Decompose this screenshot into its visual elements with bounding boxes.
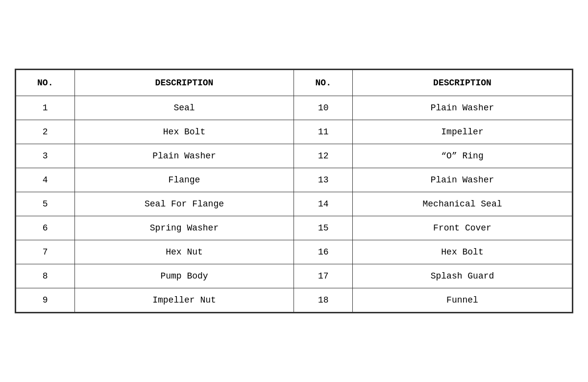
table-row: 3Plain Washer12“O” Ring (16, 144, 572, 168)
table-row: 9Impeller Nut18Funnel (16, 288, 572, 312)
cell-desc-1: Flange (74, 168, 294, 192)
parts-table: NO. DESCRIPTION NO. DESCRIPTION 1Seal10P… (16, 70, 572, 312)
table-row: 5Seal For Flange14Mechanical Seal (16, 192, 572, 216)
cell-no-2: 11 (294, 120, 353, 144)
cell-no-2: 10 (294, 96, 353, 120)
cell-desc-2: Front Cover (353, 216, 572, 240)
cell-desc-2: Hex Bolt (353, 240, 572, 264)
table-row: 4Flange13Plain Washer (16, 168, 572, 192)
cell-desc-1: Spring Washer (74, 216, 294, 240)
cell-no-2: 16 (294, 240, 353, 264)
cell-desc-1: Seal (74, 96, 294, 120)
cell-desc-2: Impeller (353, 120, 572, 144)
cell-desc-1: Plain Washer (74, 144, 294, 168)
cell-no-1: 2 (16, 120, 75, 144)
parts-table-container: NO. DESCRIPTION NO. DESCRIPTION 1Seal10P… (15, 69, 573, 313)
header-no-2: NO. (294, 70, 353, 96)
cell-no-1: 8 (16, 264, 75, 288)
cell-no-2: 13 (294, 168, 353, 192)
cell-desc-2: Funnel (353, 288, 572, 312)
cell-desc-1: Impeller Nut (74, 288, 294, 312)
cell-desc-2: Splash Guard (353, 264, 572, 288)
cell-desc-1: Seal For Flange (74, 192, 294, 216)
cell-no-1: 4 (16, 168, 75, 192)
cell-no-1: 1 (16, 96, 75, 120)
cell-no-2: 15 (294, 216, 353, 240)
table-row: 7Hex Nut16Hex Bolt (16, 240, 572, 264)
cell-desc-1: Hex Nut (74, 240, 294, 264)
header-no-1: NO. (16, 70, 75, 96)
header-desc-1: DESCRIPTION (74, 70, 294, 96)
table-row: 2Hex Bolt11Impeller (16, 120, 572, 144)
cell-desc-1: Pump Body (74, 264, 294, 288)
cell-desc-1: Hex Bolt (74, 120, 294, 144)
cell-no-2: 18 (294, 288, 353, 312)
cell-no-1: 7 (16, 240, 75, 264)
cell-desc-2: “O” Ring (353, 144, 572, 168)
table-row: 6Spring Washer15Front Cover (16, 216, 572, 240)
cell-desc-2: Plain Washer (353, 168, 572, 192)
cell-no-1: 9 (16, 288, 75, 312)
cell-no-1: 6 (16, 216, 75, 240)
cell-no-2: 17 (294, 264, 353, 288)
header-desc-2: DESCRIPTION (353, 70, 572, 96)
table-row: 1Seal10Plain Washer (16, 96, 572, 120)
cell-no-1: 5 (16, 192, 75, 216)
cell-no-2: 12 (294, 144, 353, 168)
cell-desc-2: Plain Washer (353, 96, 572, 120)
cell-no-1: 3 (16, 144, 75, 168)
cell-no-2: 14 (294, 192, 353, 216)
table-row: 8Pump Body17Splash Guard (16, 264, 572, 288)
cell-desc-2: Mechanical Seal (353, 192, 572, 216)
header-row: NO. DESCRIPTION NO. DESCRIPTION (16, 70, 572, 96)
